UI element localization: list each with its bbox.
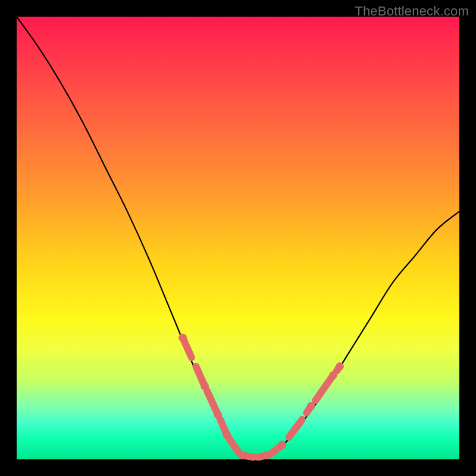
marker-group [179, 334, 344, 459]
marker-dot [329, 371, 337, 379]
marker-segment [289, 419, 302, 437]
marker-dot [239, 452, 246, 459]
marker-dot [214, 411, 222, 419]
marker-dot [223, 431, 231, 439]
marker-segment [315, 375, 333, 400]
chart-frame [17, 17, 459, 459]
chart-svg [17, 17, 459, 459]
marker-dot [336, 362, 344, 370]
marker-segment [229, 439, 239, 453]
marker-dot [307, 402, 315, 410]
marker-dot [179, 334, 187, 342]
bottleneck-curve [17, 17, 459, 458]
marker-dot [278, 441, 286, 449]
marker-dot [263, 452, 271, 459]
marker-dot [201, 383, 209, 390]
